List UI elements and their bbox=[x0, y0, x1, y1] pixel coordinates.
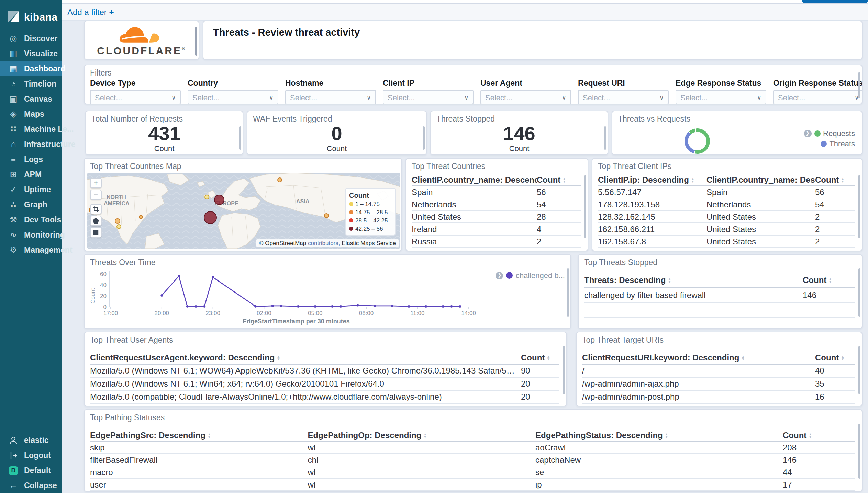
sidebar-item-space-default[interactable]: D Default bbox=[0, 463, 62, 478]
filter-select[interactable]: Select... ∨ bbox=[188, 90, 278, 104]
column-header[interactable]: Threats: Descending▲▼ bbox=[584, 275, 803, 285]
sidebar-item[interactable]: ◎ Discover bbox=[0, 31, 62, 46]
sidebar-item[interactable]: ∷ Machine Le... bbox=[0, 122, 62, 137]
sort-icon: ▲▼ bbox=[828, 277, 832, 283]
map-marker[interactable] bbox=[139, 215, 143, 219]
column-header[interactable]: Count▲▼ bbox=[803, 275, 855, 285]
sidebar-item[interactable]: ◔ Timelion bbox=[0, 76, 62, 91]
select-placeholder: Select... bbox=[778, 93, 805, 101]
filter-select[interactable]: Select... ∨ bbox=[773, 90, 863, 104]
sidebar-item[interactable]: ∴ Graph bbox=[0, 197, 62, 212]
legend-expand-icon[interactable]: ❯ bbox=[804, 129, 811, 137]
table-row: /wp-admin/admin-ajax.php 35 bbox=[582, 378, 855, 391]
panel-scrollbar[interactable] bbox=[858, 72, 860, 98]
svg-text:23:00: 23:00 bbox=[205, 310, 220, 317]
legend-item-threats[interactable]: Threats bbox=[820, 139, 855, 148]
column-header[interactable]: Count▲▼ bbox=[815, 353, 855, 363]
zoom-out-button[interactable]: − bbox=[90, 190, 102, 200]
column-header[interactable]: EdgePathingStatus: Descending▲▼ bbox=[535, 430, 783, 440]
legend-range: 28.5 – 42.25 bbox=[355, 217, 388, 224]
map-marker[interactable] bbox=[205, 195, 209, 199]
legend-label: Requests bbox=[823, 129, 855, 137]
donut-chart[interactable] bbox=[685, 128, 710, 154]
panel-scrollbar[interactable] bbox=[563, 346, 565, 394]
map-marker[interactable] bbox=[324, 214, 329, 218]
sidebar-item[interactable]: ⌂ Infrastructure bbox=[0, 137, 62, 152]
sidebar-item[interactable]: ▦ Dashboard bbox=[0, 61, 62, 76]
map-marker[interactable] bbox=[204, 211, 216, 224]
draw-rectangle-button[interactable] bbox=[90, 227, 102, 238]
panel-scrollbar[interactable] bbox=[423, 126, 425, 150]
panel-scrollbar[interactable] bbox=[567, 268, 569, 317]
kibana-logo[interactable]: kibana bbox=[0, 0, 62, 27]
count-cell: 54 bbox=[537, 199, 581, 209]
column-header[interactable]: Count▲▼ bbox=[537, 175, 581, 184]
empty-row bbox=[584, 303, 855, 318]
sidebar-item[interactable]: ⚙ Management bbox=[0, 242, 62, 257]
add-filter-link[interactable]: Add a filter + bbox=[67, 8, 114, 17]
map-marker[interactable] bbox=[214, 195, 224, 205]
user-agent-cell: Mozilla/5.0 (compatible; CloudFlare-Alwa… bbox=[90, 392, 521, 402]
sidebar-item[interactable]: ▣ Canvas bbox=[0, 91, 62, 106]
pathing-src-cell: macro bbox=[90, 467, 308, 477]
filter-select[interactable]: Select... ∨ bbox=[578, 90, 669, 104]
update-button[interactable] bbox=[802, 0, 868, 3]
ip-cell: 5.56.57.147 bbox=[598, 187, 706, 197]
panel-scrollbar[interactable] bbox=[239, 126, 241, 150]
map-viewport[interactable]: NORTHAMERICAEUROPEASIA + − Count bbox=[87, 173, 400, 249]
column-header[interactable]: ClientIP.country_name: Descending▲▼ bbox=[412, 175, 537, 184]
metric-value: 0 bbox=[331, 123, 342, 144]
draw-polygon-button[interactable] bbox=[90, 216, 102, 226]
ip-cell: 162.158.67.8 bbox=[598, 237, 706, 246]
column-header[interactable]: Count▲▼ bbox=[783, 430, 855, 440]
zoom-in-button[interactable]: + bbox=[90, 178, 102, 188]
draw-bounds-button[interactable] bbox=[90, 204, 102, 214]
line-chart[interactable]: 17:0020:0023:0002:0005:0008:0011:0014:00… bbox=[90, 267, 537, 325]
filter-select[interactable]: Select... ∨ bbox=[676, 90, 766, 104]
column-header[interactable]: ClientRequestUserAgent.keyword: Descendi… bbox=[90, 353, 521, 363]
sidebar-item-label: Logs bbox=[24, 155, 43, 163]
column-header[interactable]: EdgePathingSrc: Descending▲▼ bbox=[90, 430, 308, 440]
select-placeholder: Select... bbox=[485, 93, 513, 101]
panel-title: Threats vs Requests bbox=[618, 115, 690, 123]
map-marker[interactable] bbox=[115, 219, 120, 223]
map-marker[interactable] bbox=[117, 225, 121, 229]
column-header[interactable]: Count▲▼ bbox=[521, 353, 559, 363]
sidebar-item[interactable]: ≡ Logs bbox=[0, 152, 62, 167]
column-header[interactable]: EdgePathingOp: Descending▲▼ bbox=[308, 430, 535, 440]
legend-label[interactable]: challenged b... bbox=[516, 271, 565, 279]
filter-select[interactable]: Select... ∨ bbox=[285, 90, 376, 104]
column-header[interactable]: ClientRequestURI.keyword: Descending▲▼ bbox=[582, 353, 815, 363]
filter-select[interactable]: Select... ∨ bbox=[383, 90, 474, 104]
panel-scrollbar[interactable] bbox=[584, 175, 586, 238]
map-marker[interactable] bbox=[278, 178, 282, 182]
sidebar-item-collapse[interactable]: ← Collapse bbox=[0, 478, 62, 493]
sidebar-item[interactable]: ∿ Monitoring bbox=[0, 227, 62, 242]
threats-series-line[interactable] bbox=[162, 276, 460, 306]
filter-select[interactable]: Select... ∨ bbox=[90, 90, 181, 104]
country-cell: United States bbox=[412, 212, 537, 221]
panel-scrollbar[interactable] bbox=[195, 27, 197, 56]
sidebar-item[interactable]: ◈ Maps bbox=[0, 106, 62, 122]
filter-select[interactable]: Select... ∨ bbox=[480, 90, 571, 104]
osm-link[interactable]: contributors, bbox=[308, 240, 340, 246]
sidebar-item[interactable]: ⊞ APM bbox=[0, 167, 62, 182]
sidebar-item-user[interactable]: elastic bbox=[0, 433, 62, 448]
filter-field: Client IP Select... ∨ bbox=[383, 79, 474, 104]
apm-icon: ⊞ bbox=[9, 170, 18, 179]
panel-scrollbar[interactable] bbox=[858, 268, 860, 317]
legend-item-requests[interactable]: ❯ Requests bbox=[804, 129, 855, 137]
legend-expand-icon[interactable]: ❯ bbox=[496, 272, 503, 279]
panel-scrollbar[interactable] bbox=[858, 424, 860, 479]
column-header[interactable]: Count▲▼ bbox=[815, 175, 855, 184]
sidebar-item[interactable]: ⚒ Dev Tools bbox=[0, 212, 62, 227]
sidebar-item-logout[interactable]: Logout bbox=[0, 448, 62, 463]
column-header[interactable]: ClientIP.country_name: Descending▲▼ bbox=[706, 175, 815, 184]
panel-scrollbar[interactable] bbox=[858, 346, 860, 394]
country-cell: Ireland bbox=[412, 224, 537, 234]
column-header[interactable]: ClientIP.ip: Descending▲▼ bbox=[598, 175, 706, 184]
sidebar-item[interactable]: ✓ Uptime bbox=[0, 182, 62, 197]
sidebar-item[interactable]: ▥ Visualize bbox=[0, 46, 62, 61]
panel-scrollbar[interactable] bbox=[604, 126, 606, 150]
panel-scrollbar[interactable] bbox=[858, 175, 860, 238]
